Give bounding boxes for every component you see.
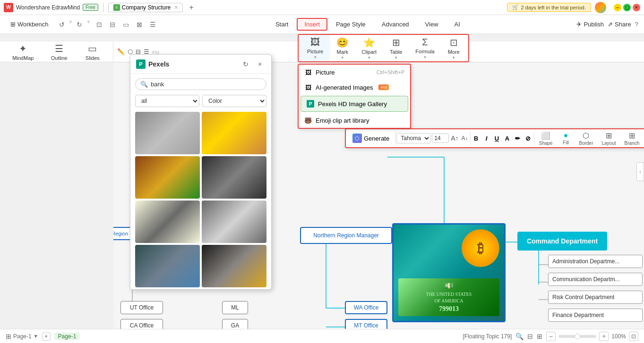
insert-picture-button[interactable]: 🖼 Picture ▼ xyxy=(301,35,330,61)
pexels-close-button[interactable]: × xyxy=(254,59,266,70)
branch-icon: ⊞ xyxy=(629,131,635,140)
user-avatar[interactable] xyxy=(595,2,606,13)
page-grid-icon: ⊞ xyxy=(6,333,11,340)
zoom-slider[interactable] xyxy=(558,335,596,338)
pexels-image-2[interactable] xyxy=(202,112,266,154)
outline-icon: ☰ xyxy=(55,43,63,54)
org-image-node[interactable]: ₿ 💵 THE UNITED STATES OF AMERICA 799013 xyxy=(392,223,506,322)
publish-button[interactable]: ✈ Publish xyxy=(576,21,604,28)
share-button[interactable]: ⇗ Share xyxy=(608,21,631,28)
add-page-button[interactable]: + xyxy=(42,332,51,341)
outline-button[interactable]: ☰ Outline xyxy=(47,41,71,63)
pexels-search-input[interactable] xyxy=(151,81,261,88)
dropdown-pexels-label: Pexels HD Image Gallery xyxy=(318,100,387,108)
insert-clipart-button[interactable]: ⭐ Clipart ▼ xyxy=(355,35,383,61)
menu-tab-advanced[interactable]: Advanced xyxy=(374,18,417,31)
branch-button[interactable]: ⊞ Branch xyxy=(621,130,644,147)
zoom-out-button[interactable]: – xyxy=(546,332,556,341)
mark-icon: 😊 xyxy=(336,37,348,48)
dropdown-emoji[interactable]: 🐻 Emoji clip art library xyxy=(299,113,410,128)
undo-button[interactable]: ↺ xyxy=(56,19,68,30)
italic-button[interactable]: I xyxy=(482,134,491,143)
menu-tab-start[interactable]: Start xyxy=(268,18,296,31)
finance-dept-node[interactable]: Finance Department xyxy=(548,309,643,322)
menu-tab-view[interactable]: View xyxy=(418,18,446,31)
redo-button[interactable]: ↻ xyxy=(74,19,85,30)
mt-office-node[interactable]: MT Office xyxy=(345,319,387,329)
bold-button[interactable]: B xyxy=(472,134,481,143)
wa-office-node[interactable]: WA Office xyxy=(345,301,387,314)
doc-close-icon[interactable]: × xyxy=(174,4,178,11)
underline-button[interactable]: U xyxy=(492,134,502,143)
format-tool-4[interactable]: ⊠ xyxy=(134,19,145,30)
menu-tab-insert[interactable]: Insert xyxy=(297,18,327,31)
add-tab-button[interactable]: + xyxy=(186,2,197,13)
insert-mark-button[interactable]: 😊 Mark ▼ xyxy=(330,35,355,61)
font-size-up-icon[interactable]: A↑ xyxy=(450,134,459,142)
generate-button[interactable]: ⬡ Generate xyxy=(348,132,394,145)
dropdown-picture[interactable]: 🖼 Picture Ctrl+Shift+P xyxy=(299,65,410,80)
menu-tab-page-style[interactable]: Page Style xyxy=(328,18,373,31)
clear-format-button[interactable]: ⊟ xyxy=(107,19,118,30)
risk-dept-node[interactable]: Risk Control Department xyxy=(548,291,643,304)
fit-window-button[interactable]: ⊡ xyxy=(629,332,638,341)
highlight-button[interactable]: ✏ xyxy=(513,134,523,143)
pexels-filter-color[interactable]: Color xyxy=(202,95,266,107)
font-size-input[interactable] xyxy=(432,134,449,143)
command-dept-node[interactable]: Command Department xyxy=(517,232,607,251)
ga-office-node[interactable]: GA xyxy=(222,319,248,329)
format-tool-3[interactable]: ▭ xyxy=(120,19,132,30)
pexels-image-1[interactable] xyxy=(135,112,200,154)
pexels-search-box[interactable]: 🔍 xyxy=(135,78,266,90)
pexels-image-7[interactable] xyxy=(135,245,200,287)
pexels-image-8[interactable] xyxy=(202,245,266,287)
menu-tab-ai[interactable]: AI xyxy=(447,18,468,31)
right-panel-collapse-button[interactable]: ‹ xyxy=(636,162,644,181)
insert-formula-button[interactable]: Σ Formula ▼ xyxy=(409,35,441,61)
layout-button[interactable]: ⊞ Layout xyxy=(598,130,620,147)
pexels-image-5[interactable] xyxy=(135,201,200,243)
pexels-image-6[interactable] xyxy=(202,201,266,243)
zoom-slider-thumb[interactable] xyxy=(575,334,580,339)
dropdown-pexels[interactable]: P Pexels HD Image Gallery xyxy=(301,96,408,112)
format-tool-5[interactable]: ☰ xyxy=(147,19,159,30)
help-icon[interactable]: ? xyxy=(635,21,638,28)
doc-icon: S xyxy=(113,4,120,11)
page-1-tab[interactable]: Page-1 xyxy=(54,333,80,340)
clear-format-button[interactable]: ⊘ xyxy=(524,134,533,143)
format-paint-button[interactable]: ⊡ xyxy=(94,19,105,30)
ml-office-node[interactable]: ML xyxy=(222,301,248,314)
minimize-button[interactable]: – xyxy=(614,4,621,11)
mindmap-button[interactable]: ✦ MindMap xyxy=(9,41,37,63)
text-color-button[interactable]: A xyxy=(503,134,512,143)
fill-button[interactable]: ● Fill xyxy=(557,130,574,147)
dropdown-ai-images[interactable]: 🖼 AI-generated Images Hot xyxy=(299,80,410,95)
font-select[interactable]: Tahoma xyxy=(396,133,431,143)
picture-label: Picture xyxy=(307,49,323,54)
zoom-in-button[interactable]: + xyxy=(599,332,609,341)
shape-button[interactable]: ⬜ Shape xyxy=(535,130,557,147)
pexels-logo: P xyxy=(136,59,146,69)
insert-table-button[interactable]: ⊞ Table ▼ xyxy=(383,35,409,61)
slides-button[interactable]: ▭ Slides xyxy=(81,41,104,63)
doc-tab[interactable]: S Company Structure × xyxy=(108,3,183,12)
comms-dept-node[interactable]: Communication Departm... xyxy=(548,273,643,286)
ut-office-node[interactable]: UT Office xyxy=(120,301,163,314)
pexels-image-grid xyxy=(130,110,271,289)
close-button[interactable]: × xyxy=(633,4,640,11)
hot-badge: Hot xyxy=(378,84,389,90)
pexels-refresh-button[interactable]: ↻ xyxy=(240,59,251,70)
northern-region-node[interactable]: Northern Region Manager xyxy=(300,227,392,244)
border-button[interactable]: ⬡ Border xyxy=(575,130,597,147)
canvas-tool-pen[interactable]: ✏️ xyxy=(117,48,125,55)
pexels-image-3[interactable] xyxy=(135,156,200,199)
pexels-filter-all[interactable]: all xyxy=(135,95,199,107)
maximize-button[interactable]: ▢ xyxy=(623,4,631,11)
insert-more-button[interactable]: ⊡ More ▼ xyxy=(441,35,466,61)
insert-toolbar: 🖼 Picture ▼ 😊 Mark ▼ ⭐ Clipart ▼ ⊞ Table… xyxy=(298,34,469,62)
admin-dept-node[interactable]: Administration Departme... xyxy=(548,255,643,268)
workbench-button[interactable]: ⊞ Workbench xyxy=(6,19,53,30)
font-size-down-icon[interactable]: A↓ xyxy=(461,135,469,142)
ca-office-node[interactable]: CA Office xyxy=(120,319,163,329)
pexels-image-4[interactable] xyxy=(202,156,266,199)
